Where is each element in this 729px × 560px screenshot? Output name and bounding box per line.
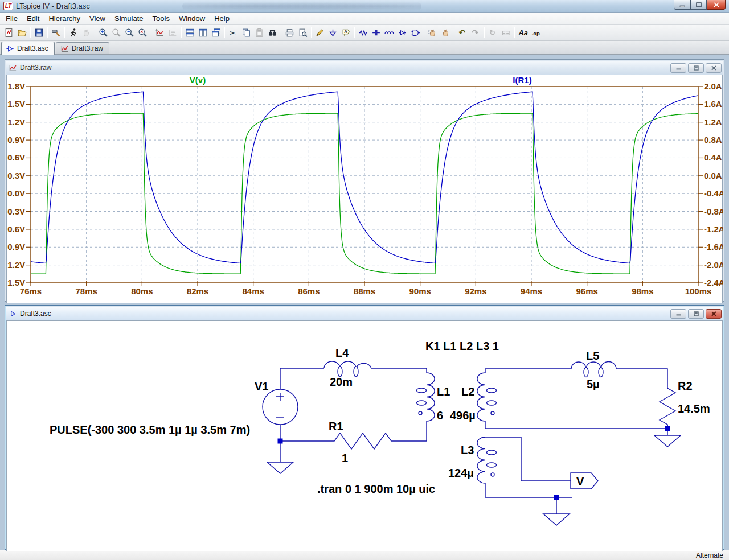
component-V1[interactable] (263, 389, 298, 425)
menu-file[interactable]: File (1, 13, 22, 24)
value-L5[interactable]: 5µ (587, 378, 600, 390)
component-L5[interactable] (571, 362, 616, 377)
diode-button[interactable] (396, 26, 409, 39)
schematic-canvas[interactable]: V1 PULSE(-300 300 3.5m 1µ 1µ 3.5m 7m) L4… (7, 321, 723, 549)
wire-icon (315, 28, 325, 38)
coupling-directive[interactable]: K1 L1 L2 L3 1 (425, 340, 499, 352)
cut-button[interactable]: ✂ (227, 26, 240, 39)
save-button[interactable] (32, 26, 46, 39)
zoom-out-button[interactable] (123, 26, 136, 39)
zoom-full-extents-button[interactable] (136, 26, 149, 39)
menu-window[interactable]: Window (174, 13, 210, 24)
move-button[interactable] (426, 26, 439, 39)
copy-button[interactable] (240, 26, 253, 39)
spice-directive-button[interactable]: .op (530, 26, 543, 39)
autorange-y-button[interactable] (153, 26, 166, 39)
maximize-button[interactable] (690, 0, 707, 10)
open-button[interactable] (15, 26, 28, 39)
label-L2[interactable]: L2 (461, 385, 474, 398)
drag-button[interactable] (439, 26, 452, 39)
menu-hierarchy[interactable]: Hierarchy (44, 13, 85, 24)
main-titlebar[interactable]: LT LTspice IV - Draft3.asc (0, 0, 729, 13)
schematic-window-titlebar[interactable]: Draft3.asc (6, 307, 723, 320)
menu-view[interactable]: View (85, 13, 110, 24)
component-L3[interactable] (477, 437, 497, 483)
minimize-button[interactable] (674, 0, 690, 10)
child-close-button[interactable] (706, 309, 722, 319)
net-label-button[interactable]: A (339, 26, 353, 39)
close-button[interactable] (707, 0, 726, 10)
component-L1[interactable] (417, 373, 435, 421)
close-icon (711, 311, 716, 316)
child-restore-button[interactable] (688, 309, 704, 319)
waveform-pane[interactable]: 76ms78ms80ms82ms84ms86ms88ms90ms92ms94ms… (6, 75, 723, 303)
text-button[interactable]: Aa (517, 26, 530, 39)
schematic-pane[interactable]: V1 PULSE(-300 300 3.5m 1µ 1µ 3.5m 7m) L4… (6, 320, 723, 551)
ground-button[interactable] (326, 26, 339, 39)
waveform-plot[interactable]: 76ms78ms80ms82ms84ms86ms88ms90ms92ms94ms… (7, 75, 723, 300)
run-button[interactable] (67, 26, 80, 39)
print-button[interactable] (283, 26, 296, 39)
zoom-in-icon (99, 28, 108, 38)
toolbar-separator (30, 27, 31, 38)
toolbar-separator (354, 27, 355, 38)
component-R2[interactable] (660, 382, 675, 429)
document-tab-bar: Draft3.asc Draft3.raw (0, 41, 729, 55)
inductor-button[interactable] (383, 26, 396, 39)
value-L2[interactable]: 496µ (450, 409, 476, 422)
svg-text:↻: ↻ (489, 28, 495, 37)
child-restore-button[interactable] (688, 63, 704, 73)
value-R1[interactable]: 1 (342, 452, 348, 464)
svg-text:1.5V: 1.5V (7, 99, 25, 109)
svg-text:0.6V: 0.6V (7, 153, 25, 162)
child-minimize-button[interactable] (670, 63, 686, 73)
label-V1[interactable]: V1 (255, 380, 268, 393)
label-L5[interactable]: L5 (586, 349, 599, 362)
component-L2[interactable] (477, 373, 497, 421)
paste-icon (255, 28, 264, 38)
value-V1[interactable]: PULSE(-300 300 3.5m 1µ 1µ 3.5m 7m) (50, 423, 250, 436)
child-minimize-button[interactable] (670, 309, 686, 319)
undo-button[interactable]: ↶ (456, 26, 469, 39)
value-L1[interactable]: 6 (437, 409, 443, 422)
menu-simulate[interactable]: Simulate (110, 13, 148, 24)
control-panel-button[interactable] (50, 26, 63, 39)
open-icon (17, 28, 27, 38)
wire-button[interactable] (313, 26, 326, 39)
value-L4[interactable]: 20m (330, 376, 353, 388)
menu-edit[interactable]: Edit (22, 13, 44, 24)
component-L4[interactable] (324, 361, 371, 377)
mdi-client-area: Draft3.raw 76ms78ms80ms82ms84ms86ms88ms9… (0, 55, 729, 550)
label-R2[interactable]: R2 (678, 380, 693, 392)
capacitor-button[interactable] (370, 26, 383, 39)
label-L3[interactable]: L3 (461, 444, 474, 456)
label-L1[interactable]: L1 (437, 385, 450, 398)
value-R2[interactable]: 14.5m (678, 402, 710, 415)
new-schematic-button[interactable] (2, 26, 15, 39)
cascade-button[interactable] (210, 26, 223, 39)
trace-label-ir1[interactable]: I(R1) (513, 75, 531, 85)
child-close-button[interactable] (706, 63, 722, 73)
value-L3[interactable]: 124µ (448, 467, 474, 479)
zoom-in-button[interactable] (97, 26, 110, 39)
svg-text:90ms: 90ms (409, 286, 431, 296)
waveform-window-titlebar[interactable]: Draft3.raw (6, 61, 723, 75)
component-R1[interactable] (326, 433, 400, 449)
tile-vertical-button[interactable] (196, 26, 210, 39)
print-preview-button[interactable] (296, 26, 309, 39)
toolbar-separator (181, 27, 182, 38)
tab-draft3-raw[interactable]: Draft3.raw (56, 42, 109, 54)
tran-directive[interactable]: .tran 0 1 900m 10µ uic (317, 483, 435, 495)
trace-label-vv[interactable]: V(v) (190, 75, 206, 85)
label-L4[interactable]: L4 (335, 347, 349, 359)
tile-horizontal-button[interactable] (183, 26, 196, 39)
label-R1[interactable]: R1 (329, 420, 343, 433)
tab-draft3-asc[interactable]: Draft3.asc (1, 42, 55, 55)
component-button[interactable] (409, 26, 422, 39)
find-button[interactable] (266, 26, 279, 39)
resistor-button[interactable] (357, 26, 370, 39)
svg-text:2.0A: 2.0A (704, 81, 722, 91)
net-flag-V[interactable] (571, 473, 598, 489)
menu-help[interactable]: Help (210, 13, 234, 24)
menu-tools[interactable]: Tools (148, 13, 174, 24)
